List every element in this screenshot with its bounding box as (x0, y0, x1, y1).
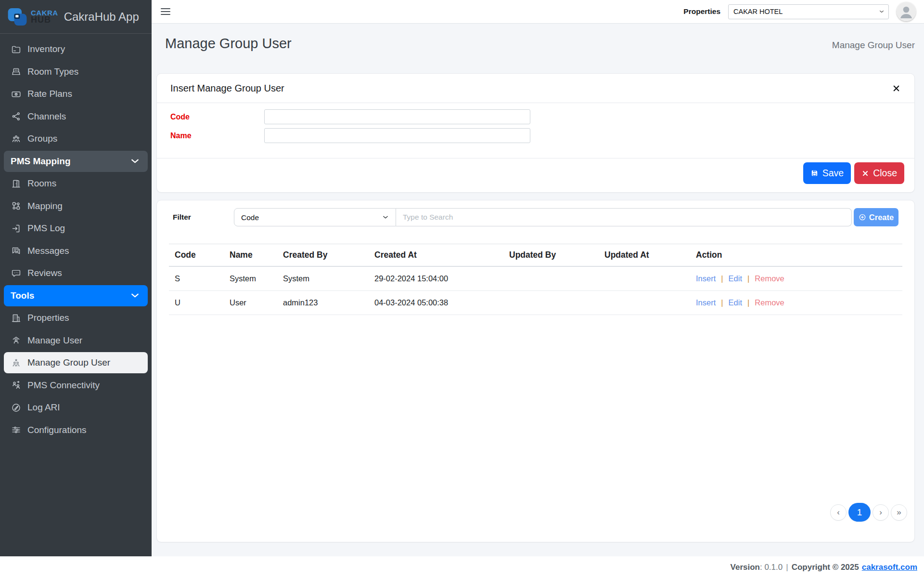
page-last-button[interactable]: » (891, 504, 907, 521)
main-area: Properties CAKAR HOTEL Manage Group User… (152, 0, 924, 556)
sidebar-item-label: PMS Connectivity (27, 380, 100, 391)
filter-select[interactable]: Code (234, 208, 396, 226)
person-network-icon (10, 380, 22, 390)
page-title: Manage Group User (165, 36, 292, 52)
edit-link[interactable]: Edit (729, 298, 742, 307)
save-button-label: Save (822, 168, 844, 179)
cell-code: U (169, 291, 224, 315)
pagination: ‹ 1 › » (830, 503, 907, 522)
code-input[interactable] (264, 109, 530, 124)
gauge-icon (10, 403, 22, 413)
sidebar-item-label: Reviews (27, 268, 62, 278)
building-icon (10, 313, 22, 323)
people-gear-icon (10, 358, 22, 368)
insert-panel-title: Insert Manage Group User (170, 83, 284, 94)
sidebar-item-properties[interactable]: Properties (4, 307, 148, 328)
col-created-at: Created At (369, 244, 503, 267)
save-button[interactable]: Save (803, 162, 851, 184)
breadcrumb: Manage Group User (832, 40, 915, 51)
cakrasoft-link[interactable]: cakrasoft.com (862, 563, 917, 572)
sidebar-item-room-types[interactable]: Room Types (4, 61, 148, 82)
sidebar-section-pms-mapping[interactable]: PMS Mapping (4, 151, 148, 172)
sidebar-item-inventory[interactable]: Inventory (4, 39, 148, 60)
sidebar-section-tools[interactable]: Tools (4, 285, 148, 306)
page-next-button[interactable]: › (873, 504, 889, 521)
sidebar-item-manage-user[interactable]: Manage User (4, 330, 148, 351)
cell-action: Insert|Edit|Remove (690, 291, 902, 315)
sidebar: CAKRA HUB CakraHub App Inventory Room Ty… (0, 0, 152, 556)
sidebar-item-label: Channels (27, 111, 66, 122)
sidebar-item-groups[interactable]: Groups (4, 128, 148, 149)
person-home-icon (10, 335, 22, 345)
col-name: Name (224, 244, 277, 267)
brand-link[interactable]: CAKRA HUB CakraHub App (0, 0, 152, 34)
remove-link[interactable]: Remove (755, 298, 784, 307)
insert-link[interactable]: Insert (696, 298, 716, 307)
app-title: CakraHub App (64, 10, 139, 24)
chat-star-icon (10, 268, 22, 278)
sidebar-section-label: Tools (11, 290, 34, 301)
cakrahub-logo-icon (7, 7, 28, 27)
create-button[interactable]: Create (854, 208, 898, 226)
user-avatar[interactable] (897, 2, 916, 21)
edit-link[interactable]: Edit (729, 274, 742, 283)
close-button[interactable]: Close (854, 162, 904, 184)
insert-panel: Insert Manage Group User Code Name (156, 73, 915, 193)
cell-updated-at (599, 291, 690, 315)
remove-link[interactable]: Remove (755, 274, 784, 283)
sidebar-item-label: Messages (27, 246, 69, 256)
sidebar-section-label: PMS Mapping (11, 156, 71, 167)
insert-link[interactable]: Insert (696, 274, 716, 283)
sidebar-item-log-ari[interactable]: Log ARI (4, 397, 148, 418)
cell-updated-at (599, 266, 690, 291)
menu-toggle-icon[interactable] (160, 6, 171, 17)
copyright-text: Copyright © 2025 (792, 563, 859, 572)
group-user-table: Code Name Created By Created At Updated … (169, 244, 902, 315)
page-head: Manage Group User Manage Group User (165, 36, 915, 52)
sidebar-item-reviews[interactable]: Reviews (4, 263, 148, 284)
sliders-icon (10, 425, 22, 435)
x-icon (861, 170, 869, 177)
name-input[interactable] (264, 128, 530, 143)
sidebar-item-mapping[interactable]: Mapping (4, 196, 148, 217)
app-shell: CAKRA HUB CakraHub App Inventory Room Ty… (0, 0, 924, 556)
code-label: Code (170, 113, 264, 121)
sidebar-item-label: PMS Log (27, 223, 65, 234)
property-select[interactable]: CAKAR HOTEL (728, 4, 889, 19)
cell-action: Insert|Edit|Remove (690, 266, 902, 291)
sidebar-item-channels[interactable]: Channels (4, 106, 148, 127)
page-1-button[interactable]: 1 (848, 503, 871, 522)
cell-name: User (224, 291, 277, 315)
filter-label: Filter (173, 213, 234, 222)
sidebar-item-manage-group-user[interactable]: Manage Group User (4, 352, 148, 373)
property-select-wrap: CAKAR HOTEL (728, 4, 889, 19)
topbar: Properties CAKAR HOTEL (152, 0, 924, 24)
sidebar-item-pms-log[interactable]: PMS Log (4, 218, 148, 239)
close-button-label: Close (873, 168, 897, 179)
sidebar-item-label: Properties (27, 313, 69, 323)
sidebar-item-messages[interactable]: Messages (4, 240, 148, 262)
cell-created-at: 29-02-2024 15:04:00 (369, 266, 503, 291)
banknote-icon (10, 89, 22, 99)
cell-name: System (224, 266, 277, 291)
save-icon (810, 169, 819, 177)
filter-row: Filter Code (173, 208, 898, 226)
cell-updated-by (503, 266, 599, 291)
search-input[interactable] (396, 208, 852, 226)
box-arrow-in-icon (10, 223, 22, 234)
sidebar-item-label: Manage User (27, 335, 82, 346)
properties-label: Properties (683, 7, 720, 16)
sidebar-item-rate-plans[interactable]: Rate Plans (4, 83, 148, 105)
sidebar-item-rooms[interactable]: Rooms (4, 173, 148, 194)
version-value: : 0.1.0 (760, 563, 783, 572)
action-separator: | (747, 298, 749, 307)
diagram-icon (10, 201, 22, 211)
page-prev-button[interactable]: ‹ (830, 504, 847, 521)
sidebar-item-pms-connectivity[interactable]: PMS Connectivity (4, 375, 148, 396)
close-icon[interactable] (892, 84, 901, 93)
action-separator: | (747, 274, 749, 283)
app-footer: Version: 0.1.0 | Copyright © 2025 cakras… (0, 556, 924, 578)
name-label: Name (170, 131, 264, 140)
sidebar-item-label: Room Types (27, 66, 78, 77)
sidebar-item-configurations[interactable]: Configurations (4, 420, 148, 441)
